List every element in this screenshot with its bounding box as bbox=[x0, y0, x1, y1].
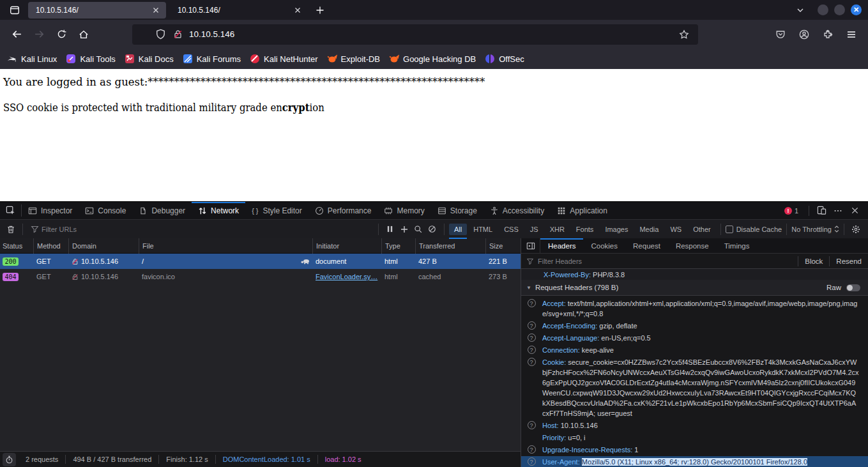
details-tab-response[interactable]: Response bbox=[668, 238, 717, 253]
header-row-cookie[interactable]: ? Cookie: secure_cookie=cx0HZZBws7c2Ycx5… bbox=[521, 356, 868, 420]
back-button[interactable] bbox=[6, 24, 27, 45]
request-row-2[interactable]: 404 GET 10.10.5.146 favicon.ico FaviconL… bbox=[0, 269, 521, 284]
minimize-button[interactable] bbox=[818, 4, 828, 15]
responsive-design-icon[interactable] bbox=[813, 204, 830, 218]
pick-element-icon[interactable] bbox=[0, 204, 22, 217]
filter-pill-html[interactable]: HTML bbox=[468, 224, 498, 235]
details-tab-cookies[interactable]: Cookies bbox=[583, 238, 625, 253]
list-all-tabs-icon[interactable] bbox=[792, 2, 809, 19]
forward-button[interactable] bbox=[29, 24, 49, 45]
disable-cache-checkbox[interactable] bbox=[726, 226, 733, 233]
devtools-tab-inspector[interactable]: Inspector bbox=[22, 202, 79, 219]
bookmark-star-icon[interactable] bbox=[676, 27, 692, 42]
help-icon[interactable]: ? bbox=[526, 346, 537, 355]
browser-tab-2[interactable]: 10.10.5.146/ bbox=[170, 2, 308, 19]
add-request-icon[interactable] bbox=[397, 222, 411, 236]
browser-tab-1[interactable]: 10.10.5.146/ bbox=[28, 2, 166, 19]
insecure-lock-icon[interactable] bbox=[173, 29, 183, 39]
tab-close-icon[interactable] bbox=[291, 4, 304, 17]
filter-pill-all[interactable]: All bbox=[449, 224, 467, 235]
error-badge-icon[interactable]: ! bbox=[784, 207, 792, 215]
clear-requests-trash-icon[interactable] bbox=[4, 222, 18, 236]
help-icon[interactable]: ? bbox=[526, 445, 537, 455]
header-row-priority[interactable]: Priority: u=0, i bbox=[521, 432, 868, 444]
reload-button[interactable] bbox=[51, 24, 72, 45]
details-tab-request[interactable]: Request bbox=[625, 238, 668, 253]
initiator-link[interactable]: FaviconLoader.sy… bbox=[316, 273, 377, 280]
request-headers-section-header[interactable]: ▼ Request Headers (798 B) Raw bbox=[521, 280, 868, 296]
header-row-host[interactable]: ? Host: 10.10.5.146 bbox=[521, 420, 868, 432]
network-settings-gear-icon[interactable] bbox=[849, 222, 863, 236]
column-header-type[interactable]: Type bbox=[381, 238, 415, 254]
devtools-tab-console[interactable]: Console bbox=[79, 202, 132, 219]
bookmark-exploit-db[interactable]: Exploit-DB bbox=[323, 51, 385, 66]
header-row-accept-language[interactable]: ? Accept-Language: en-US,en;q=0.5 bbox=[521, 332, 868, 344]
bookmark-kali-forums[interactable]: Kali Forums bbox=[178, 51, 245, 66]
devtools-tab-memory[interactable]: Memory bbox=[377, 202, 430, 219]
column-header-method[interactable]: Method bbox=[33, 238, 68, 254]
request-row-1[interactable]: 200 GET 10.10.5.146 / document html 427 … bbox=[0, 254, 521, 269]
filter-pill-xhr[interactable]: XHR bbox=[545, 224, 570, 235]
performance-analysis-stopwatch-icon[interactable] bbox=[3, 453, 16, 466]
extensions-puzzle-icon[interactable] bbox=[818, 24, 838, 45]
bookmark-offsec[interactable]: OffSec bbox=[480, 51, 529, 66]
home-button[interactable] bbox=[73, 24, 94, 45]
pause-requests-icon[interactable] bbox=[383, 222, 397, 236]
devtools-tab-style-editor[interactable]: { }Style Editor bbox=[245, 202, 308, 219]
header-row-accept[interactable]: ? Accept: text/html,application/xhtml+xm… bbox=[521, 298, 868, 320]
filter-pill-fonts[interactable]: Fonts bbox=[571, 224, 599, 235]
column-header-status[interactable]: Status bbox=[0, 238, 33, 254]
filter-urls-input[interactable] bbox=[42, 226, 374, 233]
help-icon[interactable]: ? bbox=[526, 457, 537, 467]
devtools-tab-application[interactable]: Application bbox=[551, 202, 614, 219]
block-button[interactable]: Block bbox=[798, 256, 829, 266]
pocket-icon[interactable] bbox=[770, 24, 791, 45]
close-button[interactable]: ✕ bbox=[851, 4, 862, 15]
shield-icon[interactable] bbox=[155, 29, 166, 40]
header-row-accept-encoding[interactable]: ? Accept-Encoding: gzip, deflate bbox=[521, 320, 868, 332]
account-icon[interactable] bbox=[794, 24, 814, 45]
details-tab-timings[interactable]: Timings bbox=[717, 238, 758, 253]
devtools-tab-accessibility[interactable]: Accessibility bbox=[483, 202, 551, 219]
menu-hamburger-icon[interactable] bbox=[841, 24, 862, 45]
new-tab-button[interactable] bbox=[312, 2, 328, 19]
bookmark-kali-tools[interactable]: Kali Tools bbox=[61, 51, 119, 66]
filter-headers-input[interactable] bbox=[538, 257, 798, 265]
filter-pill-css[interactable]: CSS bbox=[499, 224, 524, 235]
bookmark-google-hacking-db[interactable]: Google Hacking DB bbox=[385, 51, 480, 66]
bookmark-kali-docs[interactable]: Kali Docs bbox=[120, 51, 178, 66]
filter-pill-js[interactable]: JS bbox=[525, 224, 544, 235]
help-icon[interactable]: ? bbox=[526, 421, 537, 431]
column-header-domain[interactable]: Domain bbox=[68, 238, 139, 254]
url-input[interactable] bbox=[189, 29, 676, 39]
raw-toggle-switch[interactable] bbox=[846, 284, 860, 291]
disable-cache-control[interactable]: Disable Cache bbox=[726, 226, 782, 233]
filter-pill-other[interactable]: Other bbox=[688, 224, 716, 235]
help-icon[interactable]: ? bbox=[526, 321, 537, 331]
devtools-tab-performance[interactable]: Performance bbox=[308, 202, 378, 219]
devtools-tab-network[interactable]: Network bbox=[192, 202, 245, 219]
column-header-file[interactable]: File bbox=[139, 238, 312, 254]
column-header-size[interactable]: Size bbox=[485, 238, 521, 254]
header-row-user-agent[interactable]: ? User-Agent: Mozilla/5.0 (X11; Linux x8… bbox=[521, 456, 868, 467]
filter-pill-ws[interactable]: WS bbox=[665, 224, 687, 235]
maximize-button[interactable] bbox=[834, 4, 845, 15]
firefox-view-icon[interactable] bbox=[6, 2, 23, 19]
block-request-icon[interactable] bbox=[425, 222, 439, 236]
filter-pill-images[interactable]: Images bbox=[600, 224, 633, 235]
column-header-initiator[interactable]: Initiator bbox=[312, 238, 381, 254]
devtools-tab-debugger[interactable]: Debugger bbox=[132, 202, 192, 219]
url-bar[interactable] bbox=[132, 24, 698, 45]
help-icon[interactable]: ? bbox=[526, 333, 537, 343]
split-pane-toggle-icon[interactable] bbox=[521, 238, 540, 253]
help-icon[interactable]: ? bbox=[526, 299, 537, 319]
throttling-dropdown[interactable]: No Throttling bbox=[791, 226, 839, 233]
devtools-tab-storage[interactable]: Storage bbox=[431, 202, 483, 219]
details-tab-headers[interactable]: Headers bbox=[540, 238, 583, 253]
devtools-close-icon[interactable] bbox=[846, 204, 863, 218]
tab-close-icon[interactable] bbox=[149, 4, 162, 17]
bookmark-kali-linux[interactable]: Kali Linux bbox=[3, 51, 61, 66]
search-icon[interactable] bbox=[411, 222, 425, 236]
help-icon[interactable]: ? bbox=[526, 358, 537, 418]
column-header-transferred[interactable]: Transferred bbox=[415, 238, 485, 254]
